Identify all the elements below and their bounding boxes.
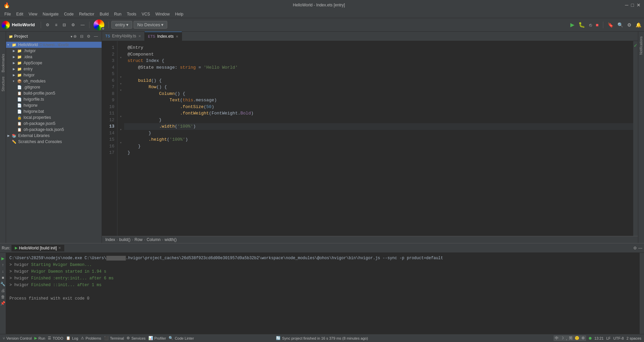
tree-item-hvigorfile[interactable]: ▶ 📄 hvigorfile.ts — [6, 96, 102, 102]
sidebar-close-btn[interactable]: — — [93, 34, 99, 39]
tree-item-local-prop[interactable]: ▶ 🔒 local.properties — [6, 114, 102, 121]
menu-file[interactable]: File — [2, 11, 13, 17]
tree-item-appscope[interactable]: ▶ 📁 AppScope — [6, 60, 102, 66]
code-content[interactable]: @Entry @Component struct Index { @State … — [124, 41, 633, 236]
line-ending[interactable]: LF — [606, 336, 611, 340]
close-button[interactable]: ✕ — [637, 2, 641, 8]
devices-arrow: ▾ — [161, 22, 164, 27]
menu-edit[interactable]: Edit — [13, 11, 26, 17]
version-control-btn[interactable]: ⑂ Version Control — [3, 336, 32, 340]
terminal-btn[interactable]: ⬛ Terminal — [104, 336, 124, 340]
bottom-pin-icon[interactable]: 📌 — [0, 301, 5, 306]
bottom-tab-close[interactable]: ✕ — [58, 246, 61, 250]
indent-label[interactable]: 2 spaces — [627, 336, 641, 340]
tree-item-oh-modules[interactable]: ▾ 📦 oh_modules — [6, 78, 102, 84]
run-status-btn[interactable]: ▶ Run — [34, 336, 45, 340]
bottom-settings-btn[interactable]: ⚙ — [633, 246, 637, 250]
stop-button[interactable]: ■ — [595, 21, 600, 29]
menu-refactor[interactable]: Refactor — [76, 11, 97, 17]
tab-entryability[interactable]: TS EntryAbility.ts ✕ — [102, 32, 145, 41]
bottom-down-icon[interactable]: ↓ — [2, 269, 4, 274]
tree-item-idea[interactable]: ▶ 📁 .idea — [6, 54, 102, 60]
sidebar-header: 📁 Project ▾ ⊕ ⊟ ⚙ — — [6, 32, 102, 41]
menu-navigate[interactable]: Navigate — [40, 11, 61, 17]
toolbar-settings-icon[interactable]: ⚙ — [44, 22, 51, 28]
tree-item-entry[interactable]: ▶ 📁 entry — [6, 66, 102, 72]
code-line-2: @Component — [124, 51, 633, 58]
menu-vcs[interactable]: VCS — [139, 11, 153, 17]
breadcrumb-width[interactable]: width() — [165, 237, 177, 242]
tree-item-hvigorw[interactable]: ▶ 📄 hvigorw — [6, 102, 102, 108]
tree-item-hvigor[interactable]: ▶ 📁 .hvigor — [6, 48, 102, 54]
breadcrumb-column[interactable]: Column — [147, 237, 160, 242]
file-tree: ▾ 📁 HelloWorld C:\Users\...\EcoSt ▶ 📁 .h… — [6, 41, 102, 243]
todo-btn[interactable]: ☰ TODO — [48, 336, 63, 340]
sidebar-settings-btn[interactable]: ⚙ — [86, 34, 92, 39]
bottom-run-icon[interactable]: ▶ — [1, 256, 4, 261]
encoding-label[interactable]: UTF-8 — [613, 336, 624, 340]
devices-selector-button[interactable]: No Devices ▾ — [134, 21, 167, 29]
menu-tools[interactable]: Tools — [124, 11, 139, 17]
notifications-label[interactable]: Notifications — [639, 35, 643, 56]
menu-help[interactable]: Help — [172, 11, 186, 17]
tree-item-oh-package[interactable]: ▶ 📋 oh-package.json5 — [6, 121, 102, 127]
tab-index[interactable]: ETS Index.ets ✕ — [145, 32, 182, 41]
maximize-button[interactable]: □ — [631, 2, 634, 8]
bottom-tab-helloworld[interactable]: ▶ HelloWorld [build init] ✕ — [11, 245, 64, 251]
left-tab-bookmarks[interactable]: Bookmarks — [0, 52, 6, 74]
bottom-tab-label: HelloWorld [build init] — [19, 246, 57, 250]
tree-item-gitignore[interactable]: ▶ 📄 .gitignore — [6, 84, 102, 90]
minimize-button[interactable]: ─ — [625, 2, 629, 8]
attach-button[interactable]: ⎋ — [588, 21, 593, 29]
debug-button[interactable]: 🐛 — [577, 21, 586, 29]
code-editor[interactable]: 1 2 3 4 5 6 7 8 9 10 11 12 13 14 15 16 1 — [102, 41, 633, 236]
breadcrumb-build[interactable]: build() — [119, 237, 130, 242]
tree-arrow-oh-modules: ▾ — [13, 79, 17, 83]
toolbar-collapse-icon[interactable]: ⊟ — [61, 22, 68, 28]
bottom-print-icon[interactable]: 🖨 — [1, 288, 5, 293]
tree-item-external-libs[interactable]: ▶ 📚 External Libraries — [6, 133, 102, 139]
tree-item-scratches[interactable]: ▶ ✏️ Scratches and Consoles — [6, 139, 102, 145]
tab-close-index[interactable]: ✕ — [176, 35, 178, 38]
profiler-btn[interactable]: 📊 Profiler — [148, 336, 166, 340]
code-linter-btn[interactable]: 🔍 Code Linter — [169, 336, 194, 340]
run-button[interactable]: ▶ — [569, 21, 575, 29]
bookmark-button[interactable]: 🔖 — [607, 21, 614, 29]
status-bar-right: 中 ☽ , 简 🙂 ⚙ 13:21 LF UTF-8 2 spaces — [553, 335, 641, 341]
search-button[interactable]: 🔍 — [616, 21, 624, 29]
settings-right-button[interactable]: ⚙ — [626, 21, 633, 29]
bottom-up-icon[interactable]: ↑ — [2, 263, 4, 267]
notification-button[interactable]: 🔔 — [635, 21, 642, 29]
menu-code[interactable]: Code — [61, 11, 76, 17]
toolbar-list-icon[interactable]: ≡ — [53, 22, 59, 28]
log-btn[interactable]: 📋 Log — [66, 336, 78, 340]
toolbar-minimize-icon[interactable]: — — [78, 22, 86, 28]
tree-item-oh-package-lock[interactable]: ▶ 📋 oh-package-lock.json5 — [6, 127, 102, 133]
tree-item-hvigor-dir[interactable]: ▶ 📁 hvigor — [6, 72, 102, 78]
menu-window[interactable]: Window — [153, 11, 173, 17]
tab-close-entryability[interactable]: ✕ — [138, 34, 141, 38]
bottom-trash-icon[interactable]: 🗑 — [1, 295, 5, 299]
entry-selector-button[interactable]: entry ▾ — [111, 21, 132, 29]
services-btn[interactable]: ⚙ Services — [127, 336, 145, 340]
toolbar-gear-icon[interactable]: ⚙ — [69, 22, 77, 28]
sidebar-collapse-btn[interactable]: ⊟ — [79, 34, 84, 39]
tree-item-root[interactable]: ▾ 📁 HelloWorld C:\Users\...\EcoSt — [6, 42, 102, 48]
left-tab-structure[interactable]: Structure — [0, 74, 6, 94]
breadcrumb-index[interactable]: Index — [105, 237, 115, 242]
cursor-position[interactable]: 13:21 — [594, 336, 604, 340]
bottom-stop-icon[interactable]: ■ — [2, 275, 4, 280]
sidebar-locate-btn[interactable]: ⊕ — [72, 34, 78, 39]
menu-run[interactable]: Run — [111, 11, 124, 17]
menu-view[interactable]: View — [26, 11, 40, 17]
tree-item-hvigorw-bat[interactable]: ▶ 📄 hvigorw.bat — [6, 108, 102, 114]
chinese-input-btn[interactable]: 中 ☽ , 简 🙂 ⚙ — [553, 335, 586, 341]
tree-item-build-profile[interactable]: ▶ 📋 build-profile.json5 — [6, 90, 102, 96]
problems-btn[interactable]: ⚠ Problems — [81, 336, 101, 340]
breadcrumb-row[interactable]: Row — [135, 237, 143, 242]
menu-build[interactable]: Build — [97, 11, 111, 17]
tree-icon-hvigorfile: 📄 — [17, 97, 22, 102]
bottom-wrench-icon[interactable]: 🔧 — [0, 282, 5, 286]
terminal-content[interactable]: C:\Users\28259\nodejs\node.exe C:\Users\… — [6, 253, 639, 334]
bottom-close-btn[interactable]: — — [638, 246, 642, 250]
